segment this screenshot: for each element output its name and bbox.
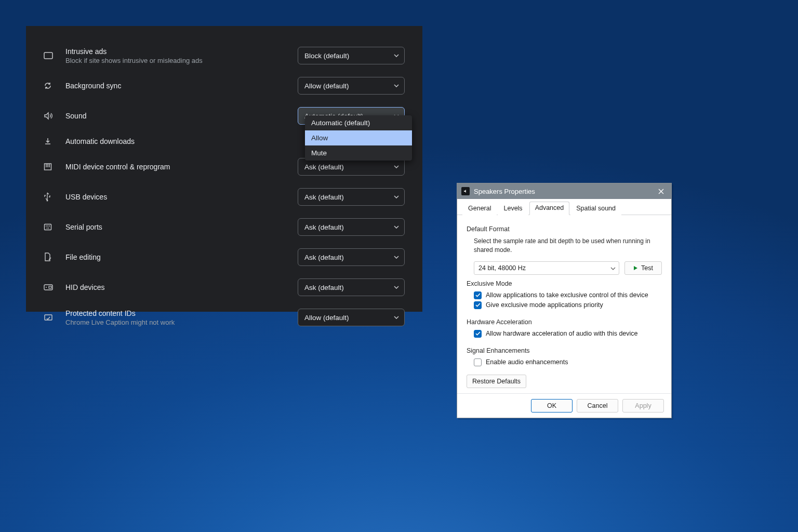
setting-row-hid: HID devices Ask (default): [44, 272, 405, 302]
setting-select-hid[interactable]: Ask (default): [298, 278, 405, 296]
exclusive-priority-checkbox-row[interactable]: Give exclusive mode applications priorit…: [474, 301, 662, 309]
checkbox-label: Give exclusive mode applications priorit…: [486, 301, 603, 309]
setting-select-midi[interactable]: Ask (default): [298, 158, 405, 176]
cancel-button[interactable]: Cancel: [577, 399, 618, 413]
exclusive-mode-heading: Exclusive Mode: [467, 280, 662, 287]
tab-general[interactable]: General: [462, 202, 497, 215]
setting-title: USB devices: [65, 193, 298, 201]
tab-levels[interactable]: Levels: [498, 202, 528, 215]
hw-accel-heading: Hardware Acceleration: [467, 318, 662, 326]
setting-select-serial[interactable]: Ask (default): [298, 218, 405, 236]
ads-icon: [44, 52, 65, 59]
chevron-down-icon: [394, 256, 399, 259]
sound-option-mute[interactable]: Mute: [305, 145, 412, 161]
chevron-down-icon: [394, 165, 399, 168]
setting-row-usb: USB devices Ask (default): [44, 182, 405, 212]
chrome-site-settings-panel: Intrusive ads Block if site shows intrus…: [26, 26, 422, 312]
setting-subtitle: Block if site shows intrusive or mislead…: [65, 57, 298, 64]
serial-icon: [44, 223, 65, 231]
close-button[interactable]: [650, 183, 671, 199]
sound-dropdown-menu: Automatic (default) Allow Mute: [305, 115, 412, 161]
svg-point-10: [47, 228, 48, 229]
select-value: Ask (default): [304, 254, 344, 261]
setting-select-usb[interactable]: Ask (default): [298, 188, 405, 206]
setting-title: HID devices: [65, 283, 298, 291]
audio-enh-checkbox-row[interactable]: Enable audio enhancements: [474, 358, 662, 366]
dialog-titlebar[interactable]: Speakers Properties: [457, 183, 671, 199]
setting-title: Background sync: [65, 82, 298, 90]
midi-icon: [44, 163, 65, 171]
setting-row-intrusive-ads: Intrusive ads Block if site shows intrus…: [44, 41, 405, 71]
chevron-down-icon: [394, 225, 399, 229]
chevron-down-icon: [394, 84, 399, 87]
dialog-footer: OK Cancel Apply: [457, 393, 671, 418]
hid-icon: [44, 284, 65, 290]
setting-row-serial: Serial ports Ask (default): [44, 212, 405, 242]
select-value: Ask (default): [304, 163, 344, 171]
setting-title: Protected content IDs: [65, 309, 298, 317]
select-value: 24 bit, 48000 Hz: [478, 264, 526, 272]
select-value: Block (default): [304, 52, 349, 60]
setting-title: File editing: [65, 253, 298, 261]
tab-spatial-sound[interactable]: Spatial sound: [570, 202, 621, 215]
chevron-down-icon: [394, 316, 399, 319]
setting-title: MIDI device control & reprogram: [65, 163, 298, 171]
setting-select-background-sync[interactable]: Allow (default): [298, 77, 405, 95]
default-format-heading: Default Format: [467, 225, 662, 233]
tab-advanced[interactable]: Advanced: [529, 202, 570, 215]
exclusive-control-checkbox-row[interactable]: Allow applications to take exclusive con…: [474, 291, 662, 299]
chevron-down-icon: [394, 286, 399, 289]
svg-rect-6: [45, 224, 51, 230]
test-button-label: Test: [641, 264, 653, 272]
setting-select-intrusive-ads[interactable]: Block (default): [298, 47, 405, 64]
chevron-down-icon: [610, 264, 616, 272]
chevron-down-icon: [394, 54, 399, 57]
checkbox-icon: [474, 358, 482, 366]
svg-point-5: [47, 200, 48, 202]
signal-enh-heading: Signal Enhancements: [467, 347, 662, 354]
setting-select-protected-content[interactable]: Allow (default): [298, 309, 405, 326]
dialog-title: Speakers Properties: [474, 188, 650, 195]
setting-title: Automatic downloads: [65, 137, 298, 145]
checkbox-icon: [474, 330, 482, 338]
play-icon: [633, 265, 638, 271]
select-value: Ask (default): [304, 284, 344, 291]
sound-option-automatic[interactable]: Automatic (default): [305, 115, 412, 130]
checkbox-label: Allow applications to take exclusive con…: [486, 291, 648, 299]
test-button[interactable]: Test: [624, 261, 662, 275]
speakers-properties-dialog: Speakers Properties General Levels Advan…: [457, 183, 672, 418]
close-icon: [658, 189, 664, 194]
svg-point-7: [46, 225, 47, 227]
svg-rect-0: [44, 52, 52, 59]
checkbox-label: Allow hardware acceleration of audio wit…: [486, 330, 638, 337]
download-icon: [44, 137, 65, 145]
sound-icon: [44, 112, 65, 120]
button-label: Restore Defaults: [472, 378, 521, 385]
svg-point-11: [48, 228, 49, 229]
file-edit-icon: [44, 252, 65, 262]
dialog-body: Default Format Select the sample rate an…: [457, 215, 671, 393]
default-format-select[interactable]: 24 bit, 48000 Hz: [474, 261, 619, 275]
setting-row-file-editing: File editing Ask (default): [44, 242, 405, 272]
checkbox-label: Enable audio enhancements: [486, 358, 568, 366]
setting-select-file-editing[interactable]: Ask (default): [298, 248, 405, 266]
svg-point-13: [46, 287, 47, 288]
chevron-down-icon: [394, 195, 399, 198]
protected-icon: [44, 314, 65, 321]
select-value: Allow (default): [304, 314, 349, 322]
hw-accel-checkbox-row[interactable]: Allow hardware acceleration of audio wit…: [474, 330, 662, 338]
speaker-app-icon: [461, 187, 470, 195]
setting-title: Intrusive ads: [65, 47, 298, 56]
button-label: Cancel: [588, 402, 608, 409]
apply-button[interactable]: Apply: [622, 399, 664, 413]
setting-row-background-sync: Background sync Allow (default): [44, 71, 405, 101]
setting-row-protected-content: Protected content IDs Chrome Live Captio…: [44, 302, 405, 332]
sound-option-allow[interactable]: Allow: [305, 130, 412, 145]
ok-button[interactable]: OK: [531, 399, 573, 413]
setting-title: Sound: [65, 112, 298, 120]
dialog-tabs: General Levels Advanced Spatial sound: [457, 199, 671, 215]
setting-title: Serial ports: [65, 223, 298, 231]
svg-rect-14: [49, 286, 51, 288]
restore-defaults-button[interactable]: Restore Defaults: [467, 375, 526, 388]
button-label: OK: [547, 402, 556, 409]
